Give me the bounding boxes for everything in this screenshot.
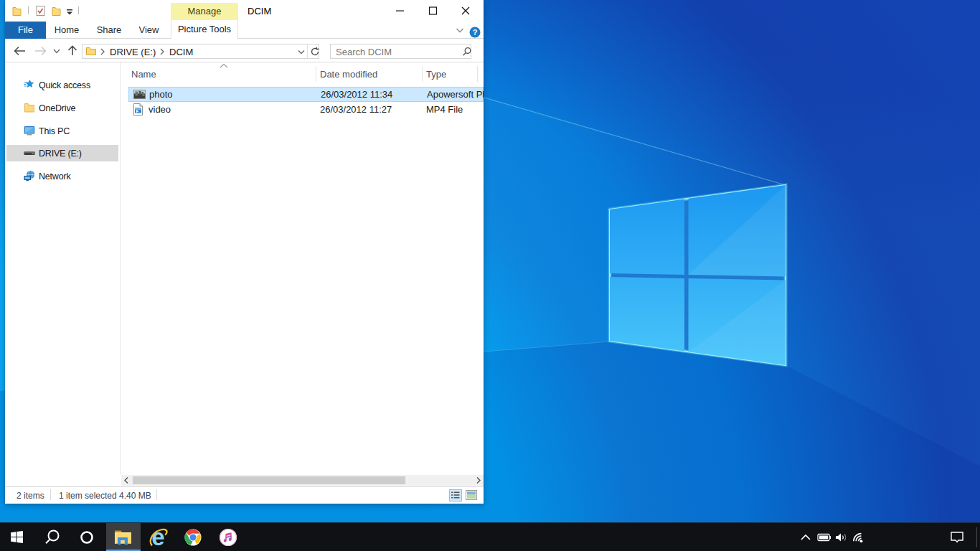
svg-text:?: ?: [473, 28, 478, 37]
